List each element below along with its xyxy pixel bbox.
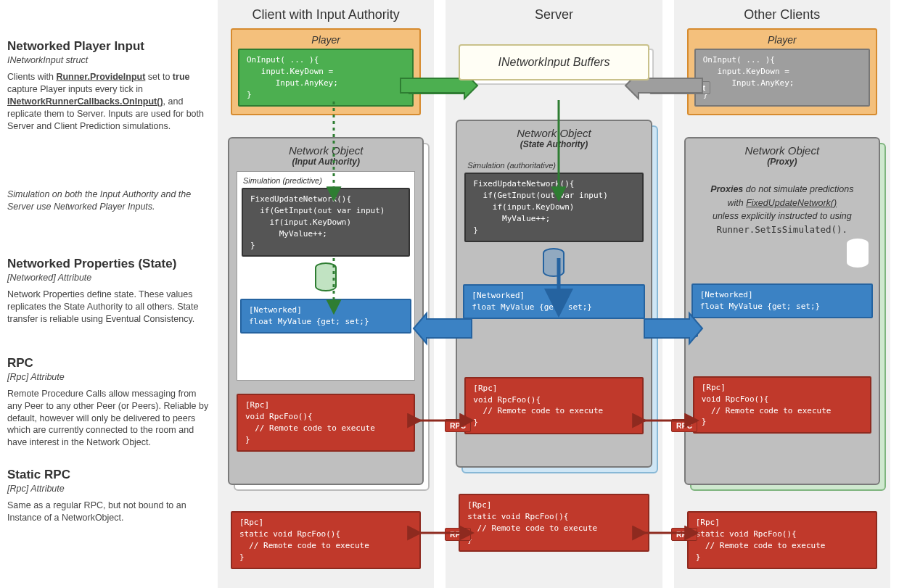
- column-client: Client with Input Authority Player OnInp…: [218, 0, 434, 588]
- netobj-title-client: Network Object: [237, 144, 415, 157]
- code-fixed-server: FixedUpdateNetwork(){ if(GetInput(out va…: [464, 173, 643, 242]
- code-oninput-other: OnInput( ... ){ input.KeyDown = Input.An…: [694, 49, 870, 107]
- body-state: Network Properties define state. These v…: [7, 289, 209, 326]
- code-rpc-server: [Rpc] void RpcFoo(){ // Remote code to e…: [464, 377, 643, 435]
- heading-state: Networked Properties (State): [7, 257, 209, 271]
- code-state-client: [Networked] float MyValue {get; set;}: [240, 299, 411, 334]
- code-state-server: [Networked] float MyValue {get; set;}: [463, 284, 644, 319]
- arrow-label-inetinput-left: INetworkInput: [408, 81, 469, 94]
- netobj-sub-client: (Input Authority): [237, 157, 415, 167]
- section-sim-note: Simulation on both the Input Authority a…: [7, 189, 209, 213]
- cylinder-other-icon: [847, 239, 869, 268]
- code-rpc-other: [Rpc] void RpcFoo(){ // Remote code to e…: [693, 376, 871, 434]
- arrow-label-state-right: State: [669, 324, 698, 337]
- arrow-label-rpc-right-1: RPC: [671, 419, 697, 432]
- code-oninput-client: OnInput( ... ){ input.KeyDown = Input.An…: [238, 49, 414, 107]
- code-fixed-client: FixedUpdateNetwork(){ if(GetInput(out va…: [242, 188, 410, 257]
- network-object-server: Network Object (State Authority) Simulat…: [456, 120, 652, 468]
- arrow-label-inetinput-right: INetworkInput: [649, 81, 710, 94]
- code-static-rpc-other: [Rpc] static void RpcFoo(){ // Remote co…: [687, 511, 877, 569]
- column-header-server: Server: [446, 0, 662, 28]
- network-object-client: Network Object (Input Authority) Simulat…: [228, 137, 424, 485]
- code-rpc-client: [Rpc] void RpcFoo(){ // Remote code to e…: [237, 394, 415, 452]
- cylinder-server-icon: [543, 248, 565, 277]
- code-state-other: [Networked] float MyValue {get; set;}: [691, 283, 873, 318]
- section-state: Networked Properties (State) [Networked]…: [7, 257, 209, 326]
- netobj-title-server: Network Object: [464, 127, 643, 139]
- sim-note: Simulation on both the Input Authority a…: [7, 189, 209, 213]
- arrow-label-rpc-left-1: RPC: [445, 419, 471, 432]
- player-box-client: Player OnInput( ... ){ input.KeyDown = I…: [231, 28, 421, 115]
- arrow-label-rpc-left-2: RPC: [445, 528, 471, 541]
- player-label-other: Player: [694, 34, 870, 46]
- player-box-other: Player OnInput( ... ){ input.KeyDown = I…: [687, 28, 877, 115]
- netobj-sub-server: (State Authority): [464, 139, 643, 149]
- section-rpc: RPC [Rpc] Attribute Remote Procedure Cal…: [7, 356, 209, 449]
- subtitle-networked-input: INetworkInput struct: [7, 55, 209, 65]
- arrow-label-state-left: State: [443, 324, 472, 337]
- netobj-title-other: Network Object: [693, 144, 871, 157]
- diagram-grid: Client with Input Authority Player OnInp…: [218, 0, 899, 588]
- column-header-client: Client with Input Authority: [218, 0, 434, 28]
- cylinder-client-icon: [315, 262, 337, 291]
- buffers-label: INetworkInput Buffers: [459, 44, 649, 80]
- arrow-label-rpc-right-2: RPC: [671, 528, 697, 541]
- code-static-rpc-server: [Rpc] static void RpcFoo(){ // Remote co…: [459, 494, 649, 552]
- body-networked-input: Clients with Runner.ProvideInput set to …: [7, 71, 209, 132]
- subtitle-static-rpc: [Rpc] Attribute: [7, 484, 209, 494]
- input-buffers: INetworkInput Buffers: [459, 44, 649, 80]
- body-rpc: Remote Procedure Calls allow messaging f…: [7, 388, 209, 449]
- heading-networked-input: Networked Player Input: [7, 39, 209, 54]
- netobj-sub-other: (Proxy): [693, 157, 871, 167]
- subtitle-state: [Networked] Attribute: [7, 273, 209, 283]
- proxy-note: Proxies do not simulate predictions with…: [693, 171, 871, 241]
- simulation-box-client: Simulation (predictive) FixedUpdateNetwo…: [237, 171, 415, 381]
- heading-static-rpc: Static RPC: [7, 468, 209, 482]
- section-static-rpc: Static RPC [Rpc] Attribute Same as a reg…: [7, 468, 209, 524]
- column-server: Server INetworkInput Buffers Network Obj…: [446, 0, 662, 588]
- player-label-client: Player: [238, 34, 414, 46]
- code-static-rpc-client: [Rpc] static void RpcFoo(){ // Remote co…: [231, 511, 421, 569]
- sidebar: Networked Player Input INetworkInput str…: [0, 0, 218, 588]
- column-header-other: Other Clients: [674, 0, 890, 28]
- heading-rpc: RPC: [7, 356, 209, 370]
- section-networked-input: Networked Player Input INetworkInput str…: [7, 39, 209, 132]
- subtitle-rpc: [Rpc] Attribute: [7, 372, 209, 382]
- network-object-other: Network Object (Proxy) Proxies do not si…: [684, 137, 880, 485]
- body-static-rpc: Same as a regular RPC, but not bound to …: [7, 500, 209, 524]
- sim-label-client: Simulation (predictive): [243, 176, 410, 185]
- sim-label-server: Simulation (authoritative): [467, 161, 643, 170]
